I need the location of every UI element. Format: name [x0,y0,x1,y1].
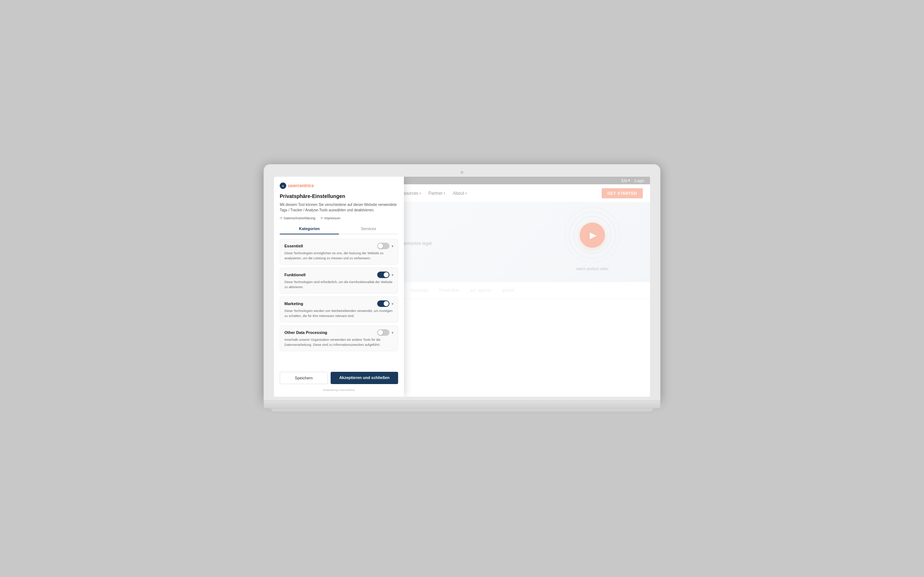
tab-kategorien[interactable]: Kategorien [280,224,339,234]
category-funktionell-controls: ▾ [377,272,393,278]
category-marketing-desc: Diese Technologien werden von Werbetreib… [284,309,393,318]
modal-footer: Speichern Akzeptieren und schließen [274,367,404,387]
link-icon-1: ⟳ [280,216,283,220]
category-essentiell: Essentiell ▾ Diese Technologien ermöglic… [280,239,398,265]
impressum-label: Impressum [325,216,341,220]
category-other-header: Other Data Processing ▾ [284,329,393,336]
category-essentiell-controls: ▾ [377,243,393,249]
category-other-data: Other Data Processing ▾ Innerhalb unsere… [280,325,398,351]
category-marketing-controls: ▾ [377,300,393,307]
category-funktionell-name: Funktionell [284,272,306,277]
accept-button[interactable]: Akzeptieren und schließen [331,372,398,384]
category-essentiell-header: Essentiell ▾ [284,243,393,249]
usercentrics-logo-text: usercentrics [288,183,313,188]
link-icon-2: ⟳ [320,216,323,220]
toggle-funktionell[interactable] [377,272,389,278]
modal-content: Essentiell ▾ Diese Technologien ermöglic… [274,234,404,367]
impressum-link[interactable]: ⟳ Impressum [320,216,341,220]
tab-services[interactable]: Services [339,224,398,234]
modal-title: Privatsphäre-Einstellungen [280,193,398,199]
datenschutz-label: Datenschutzerklärung [284,216,315,220]
screen-bezel: EN ▾ Login usercentrics Products ▾ Solut… [263,164,661,401]
toggle-marketing[interactable] [377,300,389,307]
category-other-name: Other Data Processing [284,330,327,335]
laptop-screen: EN ▾ Login usercentrics Products ▾ Solut… [274,177,650,397]
laptop-bottom [271,409,653,413]
modal-header: u usercentrics Privatsphäre-Einstellunge… [274,177,404,224]
toggle-other[interactable] [377,329,389,336]
category-other-desc: Innerhalb unserer Organisation verwenden… [284,338,393,347]
category-marketing: Marketing ▾ Diese Technologien werden vo… [280,297,398,322]
privacy-modal: u usercentrics Privatsphäre-Einstellunge… [274,177,404,397]
powered-by: Powered by Usercentrics [274,387,404,393]
modal-logo: u usercentrics [280,182,398,189]
modal-tabs: Kategorien Services [280,224,398,234]
category-funktionell: Funktionell ▾ Diese Technologien sind er… [280,268,398,293]
camera [460,171,464,174]
toggle-essentiell[interactable] [377,243,389,249]
save-button[interactable]: Speichern [280,372,328,384]
other-chevron-icon[interactable]: ▾ [392,331,393,335]
modal-links: ⟳ Datenschutzerklärung ⟳ Impressum [280,216,398,220]
website: EN ▾ Login usercentrics Products ▾ Solut… [274,177,650,397]
logo-text-part2: centrics [297,183,313,188]
usercentrics-logo-icon: u [280,182,286,189]
modal-description: Mit diesem Tool können Sie verschiedene … [280,202,398,213]
category-funktionell-desc: Diese Technologien sind erforderlich, um… [284,280,393,290]
category-funktionell-header: Funktionell ▾ [284,272,393,278]
category-essentiell-desc: Diese Technologien ermöglichen es uns, d… [284,251,393,261]
category-essentiell-name: Essentiell [284,244,303,248]
category-other-controls: ▾ [377,329,393,336]
datenschutz-link[interactable]: ⟳ Datenschutzerklärung [280,216,315,220]
funktionell-chevron-icon[interactable]: ▾ [392,273,393,277]
category-marketing-header: Marketing ▾ [284,300,393,307]
laptop-frame: EN ▾ Login usercentrics Products ▾ Solut… [263,164,661,413]
essentiell-chevron-icon[interactable]: ▾ [392,244,393,248]
logo-text-part1: user [288,183,297,188]
marketing-chevron-icon[interactable]: ▾ [392,302,393,306]
category-marketing-name: Marketing [284,301,303,306]
laptop-base [263,401,661,409]
